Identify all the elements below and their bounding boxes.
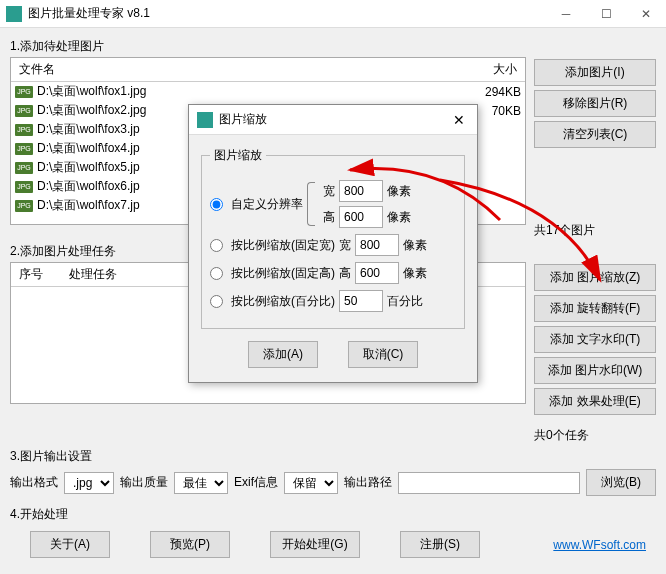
file-row[interactable]: JPGD:\桌面\wolf\fox1.jpg294KB bbox=[11, 82, 525, 101]
opt-pct-label: 按比例缩放(百分比) bbox=[231, 293, 335, 310]
add-textwm-button[interactable]: 添加 文字水印(T) bbox=[534, 326, 656, 353]
col-task: 处理任务 bbox=[69, 266, 117, 283]
jpg-icon: JPG bbox=[15, 105, 33, 117]
section1-label: 1.添加待处理图片 bbox=[10, 38, 656, 55]
remove-image-button[interactable]: 移除图片(R) bbox=[534, 90, 656, 117]
clear-list-button[interactable]: 清空列表(C) bbox=[534, 121, 656, 148]
col-no: 序号 bbox=[19, 266, 69, 283]
task-count: 共0个任务 bbox=[534, 427, 656, 444]
dialog-legend: 图片缩放 bbox=[210, 147, 266, 164]
add-effect-button[interactable]: 添加 效果处理(E) bbox=[534, 388, 656, 415]
browse-button[interactable]: 浏览(B) bbox=[586, 469, 656, 496]
width-input[interactable] bbox=[339, 180, 383, 202]
add-imgwm-button[interactable]: 添加 图片水印(W) bbox=[534, 357, 656, 384]
register-button[interactable]: 注册(S) bbox=[400, 531, 480, 558]
quality-label: 输出质量 bbox=[120, 474, 168, 491]
opt-fixw-label: 按比例缩放(固定宽) bbox=[231, 237, 335, 254]
opt-fixh-radio[interactable] bbox=[210, 267, 223, 280]
titlebar: 图片批量处理专家 v8.1 ─ ☐ ✕ bbox=[0, 0, 666, 28]
section4-label: 4.开始处理 bbox=[10, 506, 656, 523]
jpg-icon: JPG bbox=[15, 181, 33, 193]
fixh-input[interactable] bbox=[355, 262, 399, 284]
window-title: 图片批量处理专家 v8.1 bbox=[28, 5, 546, 22]
exif-label: Exif信息 bbox=[234, 474, 278, 491]
opt-fixh-label: 按比例缩放(固定高) bbox=[231, 265, 335, 282]
website-link[interactable]: www.WFsoft.com bbox=[553, 538, 646, 552]
col-filename: 文件名 bbox=[19, 61, 457, 78]
add-image-button[interactable]: 添加图片(I) bbox=[534, 59, 656, 86]
about-button[interactable]: 关于(A) bbox=[30, 531, 110, 558]
dialog-icon bbox=[197, 112, 213, 128]
opt-custom-radio[interactable] bbox=[210, 198, 223, 211]
preview-button[interactable]: 预览(P) bbox=[150, 531, 230, 558]
quality-select[interactable]: 最佳 bbox=[174, 472, 228, 494]
col-size: 大小 bbox=[457, 61, 517, 78]
dialog-title: 图片缩放 bbox=[219, 111, 449, 128]
exif-select[interactable]: 保留 bbox=[284, 472, 338, 494]
dialog-close-button[interactable]: ✕ bbox=[449, 112, 469, 128]
zoom-dialog: 图片缩放 ✕ 图片缩放 自定义分辨率 宽 像素 高 像素 bbox=[188, 104, 478, 383]
opt-custom-label: 自定义分辨率 bbox=[231, 196, 303, 213]
app-icon bbox=[6, 6, 22, 22]
format-select[interactable]: .jpg bbox=[64, 472, 114, 494]
jpg-icon: JPG bbox=[15, 200, 33, 212]
start-button[interactable]: 开始处理(G) bbox=[270, 531, 360, 558]
file-count: 共17个图片 bbox=[534, 222, 656, 239]
maximize-button[interactable]: ☐ bbox=[586, 0, 626, 28]
jpg-icon: JPG bbox=[15, 143, 33, 155]
jpg-icon: JPG bbox=[15, 124, 33, 136]
height-input[interactable] bbox=[339, 206, 383, 228]
dialog-add-button[interactable]: 添加(A) bbox=[248, 341, 318, 368]
jpg-icon: JPG bbox=[15, 162, 33, 174]
add-rotate-button[interactable]: 添加 旋转翻转(F) bbox=[534, 295, 656, 322]
close-button[interactable]: ✕ bbox=[626, 0, 666, 28]
opt-fixw-radio[interactable] bbox=[210, 239, 223, 252]
pct-input[interactable] bbox=[339, 290, 383, 312]
section3-label: 3.图片输出设置 bbox=[10, 448, 656, 465]
minimize-button[interactable]: ─ bbox=[546, 0, 586, 28]
add-zoom-button[interactable]: 添加 图片缩放(Z) bbox=[534, 264, 656, 291]
jpg-icon: JPG bbox=[15, 86, 33, 98]
path-input[interactable] bbox=[398, 472, 580, 494]
format-label: 输出格式 bbox=[10, 474, 58, 491]
fixw-input[interactable] bbox=[355, 234, 399, 256]
dialog-cancel-button[interactable]: 取消(C) bbox=[348, 341, 418, 368]
opt-pct-radio[interactable] bbox=[210, 295, 223, 308]
path-label: 输出路径 bbox=[344, 474, 392, 491]
